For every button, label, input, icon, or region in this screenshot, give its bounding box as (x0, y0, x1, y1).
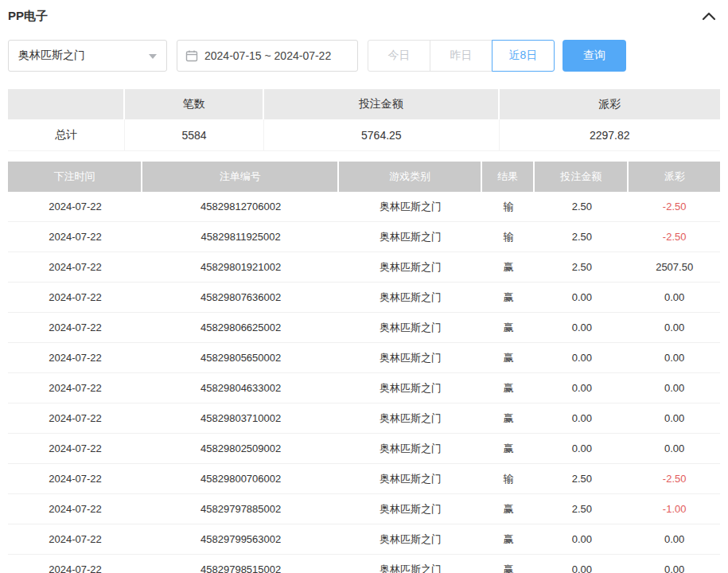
cell-bet-amount: 0.00 (535, 524, 629, 554)
cell-bet-amount: 2.50 (535, 192, 629, 221)
cell-order-no: 45829811925002 (142, 222, 339, 251)
cell-result: 赢 (482, 313, 535, 342)
cell-bet-amount: 0.00 (535, 313, 629, 342)
query-button[interactable]: 查询 (563, 40, 626, 72)
cell-result: 赢 (482, 343, 535, 372)
cell-payout: -2.50 (629, 222, 720, 251)
cell-payout: -2.50 (629, 192, 720, 221)
cell-bet-time: 2024-07-22 (8, 222, 142, 251)
header-payout: 派彩 (629, 162, 720, 192)
cell-game-type: 奥林匹斯之门 (339, 555, 482, 573)
collapse-panel-button[interactable] (698, 5, 720, 27)
cell-order-no: 45829797885002 (142, 494, 339, 524)
cell-result: 赢 (482, 434, 535, 463)
cell-result: 赢 (482, 403, 535, 433)
cell-bet-time: 2024-07-22 (8, 192, 142, 221)
cell-bet-amount: 2.50 (535, 222, 629, 251)
chevron-down-icon (149, 54, 157, 59)
cell-game-type: 奥林匹斯之门 (339, 403, 482, 433)
last-8-days-button[interactable]: 近8日 (492, 40, 555, 72)
cell-order-no: 45829804633002 (142, 373, 339, 403)
cell-result: 赢 (482, 252, 535, 282)
cell-game-type: 奥林匹斯之门 (339, 252, 482, 282)
cell-game-type: 奥林匹斯之门 (339, 283, 482, 312)
cell-payout: 0.00 (629, 403, 720, 433)
summary-total-label: 总计 (8, 119, 125, 150)
table-row: 2024-07-22 45829811925002 奥林匹斯之门 输 2.50 … (8, 222, 720, 252)
header-game-type: 游戏类别 (339, 162, 482, 192)
cell-bet-time: 2024-07-22 (8, 524, 142, 554)
table-row: 2024-07-22 45829807636002 奥林匹斯之门 赢 0.00 … (8, 283, 720, 313)
cell-payout: -2.50 (629, 464, 720, 493)
date-range-input[interactable]: 2024-07-15 ~ 2024-07-22 (177, 40, 358, 72)
bet-table-header-row: 下注时间 注单编号 游戏类别 结果 投注金额 派彩 (8, 162, 720, 192)
cell-payout: 2507.50 (629, 252, 720, 282)
cell-order-no: 45829807636002 (142, 283, 339, 312)
cell-bet-time: 2024-07-22 (8, 434, 142, 463)
cell-bet-amount: 0.00 (535, 343, 629, 372)
cell-order-no: 45829812706002 (142, 192, 339, 221)
cell-bet-amount: 2.50 (535, 252, 629, 282)
cell-bet-amount: 0.00 (535, 434, 629, 463)
table-row: 2024-07-22 45829803710002 奥林匹斯之门 赢 0.00 … (8, 403, 720, 434)
cell-bet-amount: 0.00 (535, 283, 629, 312)
table-row: 2024-07-22 45829802509002 奥林匹斯之门 赢 0.00 … (8, 434, 720, 464)
chevron-up-icon (702, 11, 716, 21)
cell-bet-time: 2024-07-22 (8, 313, 142, 342)
cell-game-type: 奥林匹斯之门 (339, 464, 482, 493)
cell-bet-time: 2024-07-22 (8, 252, 142, 282)
cell-order-no: 45829798515002 (142, 555, 339, 573)
panel-header: PP电子 (8, 0, 720, 32)
game-select[interactable]: 奥林匹斯之门 (8, 40, 167, 72)
table-row: 2024-07-22 45829797885002 奥林匹斯之门 赢 2.50 … (8, 494, 720, 524)
summary-header-payout: 派彩 (500, 89, 720, 119)
table-row: 2024-07-22 45829798515002 奥林匹斯之门 赢 0.00 … (8, 555, 720, 573)
table-row: 2024-07-22 45829801921002 奥林匹斯之门 赢 2.50 … (8, 252, 720, 283)
cell-order-no: 45829802509002 (142, 434, 339, 463)
cell-order-no: 45829803710002 (142, 403, 339, 433)
date-range-value: 2024-07-15 ~ 2024-07-22 (204, 49, 331, 62)
cell-payout: 0.00 (629, 373, 720, 403)
summary-header-blank (8, 89, 125, 119)
cell-payout: 0.00 (629, 524, 720, 554)
cell-order-no: 45829805650002 (142, 343, 339, 372)
table-row: 2024-07-22 45829812706002 奥林匹斯之门 输 2.50 … (8, 192, 720, 222)
cell-result: 赢 (482, 555, 535, 573)
cell-game-type: 奥林匹斯之门 (339, 494, 482, 524)
summary-total-row: 总计 5584 5764.25 2297.82 (8, 119, 720, 151)
cell-payout: 0.00 (629, 343, 720, 372)
cell-bet-amount: 0.00 (535, 403, 629, 433)
cell-game-type: 奥林匹斯之门 (339, 434, 482, 463)
cell-result: 赢 (482, 373, 535, 403)
game-select-value: 奥林匹斯之门 (18, 49, 85, 63)
table-row: 2024-07-22 45829804633002 奥林匹斯之门 赢 0.00 … (8, 373, 720, 403)
cell-result: 赢 (482, 494, 535, 524)
cell-bet-amount: 0.00 (535, 555, 629, 573)
cell-bet-amount: 0.00 (535, 373, 629, 403)
header-bet-time: 下注时间 (8, 162, 142, 192)
summary-header-count: 笔数 (125, 89, 264, 119)
summary-header-bet-amount: 投注金额 (264, 89, 499, 119)
summary-header-row: 笔数 投注金额 派彩 (8, 89, 720, 119)
cell-payout: -1.00 (629, 494, 720, 524)
cell-result: 赢 (482, 283, 535, 312)
yesterday-button[interactable]: 昨日 (430, 40, 492, 72)
summary-table: 笔数 投注金额 派彩 总计 5584 5764.25 2297.82 (8, 89, 720, 151)
cell-game-type: 奥林匹斯之门 (339, 222, 482, 251)
cell-bet-time: 2024-07-22 (8, 494, 142, 524)
table-row: 2024-07-22 45829799563002 奥林匹斯之门 赢 0.00 … (8, 524, 720, 555)
cell-game-type: 奥林匹斯之门 (339, 524, 482, 554)
cell-payout: 0.00 (629, 555, 720, 573)
cell-result: 输 (482, 222, 535, 251)
cell-bet-time: 2024-07-22 (8, 283, 142, 312)
today-button[interactable]: 今日 (368, 40, 430, 72)
cell-game-type: 奥林匹斯之门 (339, 313, 482, 342)
cell-bet-time: 2024-07-22 (8, 403, 142, 433)
page-title: PP电子 (8, 9, 48, 24)
filter-bar: 奥林匹斯之门 2024-07-15 ~ 2024-07-22 今日 昨日 近8日… (8, 40, 720, 72)
cell-bet-time: 2024-07-22 (8, 555, 142, 573)
summary-count-value: 5584 (125, 119, 264, 150)
cell-order-no: 45829801921002 (142, 252, 339, 282)
header-order-no: 注单编号 (142, 162, 339, 192)
cell-payout: 0.00 (629, 434, 720, 463)
